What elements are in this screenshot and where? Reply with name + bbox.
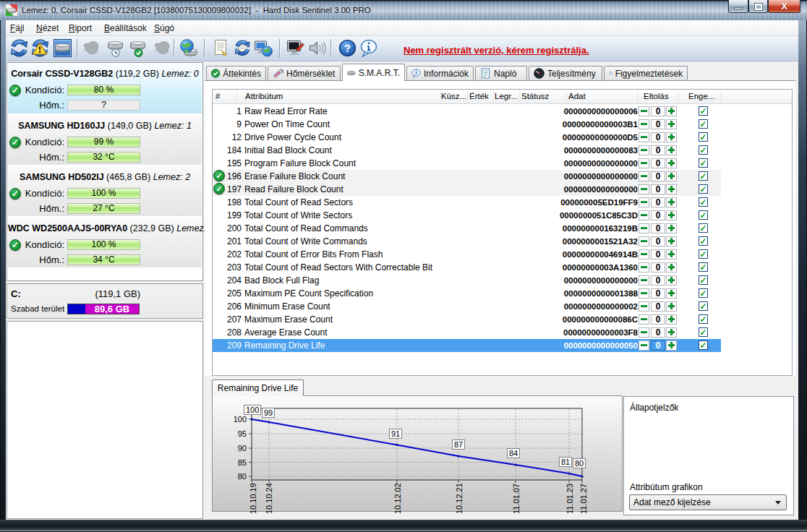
svg-text:?: ? xyxy=(344,42,351,54)
svg-text:i: i xyxy=(415,69,417,76)
